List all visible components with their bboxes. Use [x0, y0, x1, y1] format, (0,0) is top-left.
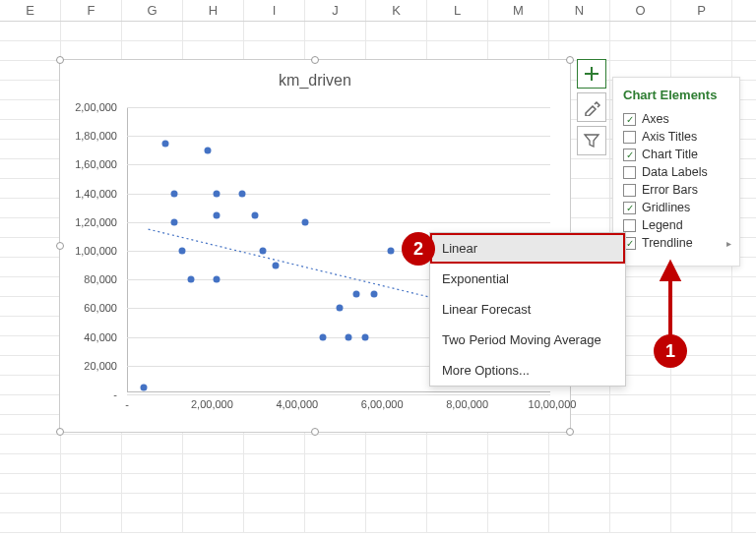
data-point[interactable] [213, 211, 220, 218]
callout-2: 2 [402, 232, 435, 266]
y-tick-label: 1,40,000 [75, 188, 117, 200]
checkbox-icon[interactable] [623, 219, 636, 232]
column-header[interactable]: K [366, 0, 427, 21]
x-tick-label: 6,00,000 [361, 398, 404, 410]
column-header[interactable]: I [244, 0, 305, 21]
checkbox-icon[interactable] [623, 166, 636, 179]
trend-option-two-period-moving-average[interactable]: Two Period Moving Average [430, 325, 625, 355]
data-point[interactable] [251, 211, 258, 218]
y-tick-label: - [113, 388, 117, 400]
y-tick-label: 20,000 [84, 360, 117, 372]
chart-side-buttons [577, 59, 606, 155]
element-item-trendline[interactable]: ✓Trendline▸ [623, 234, 729, 252]
plus-button[interactable] [577, 59, 606, 89]
x-tick-label: 8,00,000 [446, 398, 488, 410]
x-axis-labels: -2,00,0004,00,0006,00,0008,00,00010,00,0… [127, 398, 550, 414]
trend-option-exponential[interactable]: Exponential [430, 264, 625, 294]
data-point[interactable] [319, 333, 326, 340]
y-tick-label: 60,000 [84, 302, 117, 314]
data-point[interactable] [345, 333, 351, 340]
data-point[interactable] [353, 290, 360, 297]
column-header[interactable]: J [305, 0, 366, 21]
column-header[interactable]: N [549, 0, 610, 21]
trend-option-linear-forecast[interactable]: Linear Forecast [430, 294, 625, 325]
chart-title[interactable]: km_driven [60, 60, 570, 93]
data-point[interactable] [205, 147, 212, 153]
y-tick-label: 40,000 [84, 331, 117, 343]
checkbox-icon[interactable] [623, 184, 636, 197]
column-header[interactable]: F [61, 0, 122, 21]
data-point[interactable] [170, 190, 177, 197]
data-point[interactable] [161, 140, 168, 147]
y-tick-label: 80,000 [84, 273, 117, 285]
trendline-submenu[interactable]: LinearExponentialLinear ForecastTwo Peri… [429, 232, 626, 387]
data-point[interactable] [238, 190, 245, 197]
checkbox-icon[interactable] [623, 131, 636, 144]
brush-button[interactable] [577, 92, 606, 122]
data-point[interactable] [361, 333, 368, 340]
column-header[interactable]: L [427, 0, 488, 21]
x-tick-label: - [125, 398, 129, 410]
chevron-right-icon: ▸ [726, 238, 731, 249]
element-item-legend[interactable]: Legend [623, 216, 729, 234]
data-point[interactable] [213, 276, 220, 283]
column-header[interactable]: H [183, 0, 244, 21]
data-point[interactable] [302, 218, 309, 225]
callout-1: 1 [654, 334, 687, 368]
trend-option-more-options[interactable]: More Options... [430, 355, 625, 386]
resize-handle[interactable] [566, 56, 574, 64]
element-item-data-labels[interactable]: Data Labels [623, 163, 729, 181]
y-tick-label: 1,20,000 [75, 216, 117, 228]
element-label: Axis Titles [642, 130, 697, 144]
trend-option-linear[interactable]: Linear [430, 233, 625, 264]
element-label: Error Bars [642, 183, 698, 197]
resize-handle[interactable] [56, 56, 64, 64]
checkbox-icon[interactable]: ✓ [623, 149, 636, 161]
element-label: Axes [642, 112, 669, 126]
resize-handle[interactable] [56, 428, 64, 436]
y-tick-label: 2,00,000 [75, 101, 117, 113]
column-header[interactable]: O [610, 0, 671, 21]
resize-handle[interactable] [566, 428, 574, 436]
column-header[interactable]: P [671, 0, 732, 21]
element-item-error-bars[interactable]: Error Bars [623, 181, 729, 199]
resize-handle[interactable] [311, 428, 319, 436]
data-point[interactable] [370, 290, 377, 297]
element-label: Gridlines [642, 201, 690, 214]
data-point[interactable] [213, 190, 220, 197]
element-item-axis-titles[interactable]: Axis Titles [623, 128, 729, 146]
column-headers: EFGHIJKLMNOP [0, 0, 756, 22]
y-tick-label: 1,00,000 [75, 245, 117, 257]
x-tick-label: 4,00,000 [276, 398, 318, 410]
y-axis-labels: -20,00040,00060,00080,0001,00,0001,20,00… [60, 107, 123, 392]
element-item-axes[interactable]: ✓Axes [623, 110, 729, 128]
data-point[interactable] [187, 276, 194, 283]
checkbox-icon[interactable]: ✓ [623, 113, 636, 126]
elements-list: ✓AxesAxis Titles✓Chart TitleData LabelsE… [623, 110, 729, 252]
column-header[interactable]: G [122, 0, 183, 21]
data-point[interactable] [179, 248, 186, 255]
column-header[interactable]: M [488, 0, 549, 21]
panel-title: Chart Elements [623, 88, 729, 102]
chart-elements-panel[interactable]: Chart Elements ✓AxesAxis Titles✓Chart Ti… [612, 77, 740, 267]
data-point[interactable] [260, 248, 267, 255]
column-header[interactable]: E [0, 0, 61, 21]
data-point[interactable] [387, 248, 394, 255]
checkbox-icon[interactable]: ✓ [623, 202, 636, 214]
data-point[interactable] [170, 218, 177, 225]
arrow-annotation [662, 258, 679, 336]
element-label: Legend [642, 218, 683, 232]
data-point[interactable] [337, 305, 344, 312]
y-tick-label: 1,60,000 [75, 158, 117, 170]
element-item-gridlines[interactable]: ✓Gridlines [623, 199, 729, 216]
resize-handle[interactable] [311, 56, 319, 64]
y-tick-label: 1,80,000 [75, 130, 117, 142]
x-tick-label: 2,00,000 [191, 398, 233, 410]
x-tick-label: 10,00,000 [529, 398, 577, 410]
data-point[interactable] [141, 384, 148, 390]
filter-button[interactable] [577, 126, 606, 155]
data-point[interactable] [273, 262, 280, 268]
element-item-chart-title[interactable]: ✓Chart Title [623, 146, 729, 163]
element-label: Data Labels [642, 165, 708, 179]
element-label: Trendline [642, 236, 693, 250]
